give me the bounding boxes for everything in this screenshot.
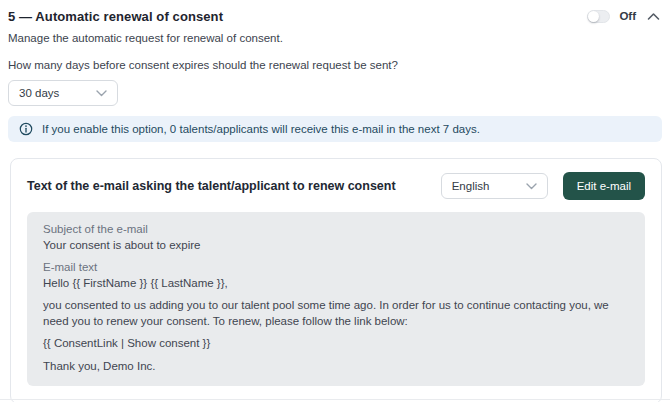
consent-renewal-section: 5 — Automatic renewal of consent Off Man… bbox=[0, 0, 670, 402]
email-greeting: Hello {{ FirstName }} {{ LastName }}, bbox=[43, 276, 629, 292]
subject-value: Your consent is about to expire bbox=[43, 238, 629, 254]
email-consent-link: {{ ConsentLink | Show consent }} bbox=[43, 336, 629, 352]
toggle-knob bbox=[588, 11, 599, 22]
language-select[interactable]: English bbox=[441, 173, 548, 199]
section-divider bbox=[0, 399, 670, 400]
header-controls: Off bbox=[587, 10, 662, 23]
section-title: 5 — Automatic renewal of consent bbox=[8, 9, 223, 24]
toggle-state-label: Off bbox=[619, 10, 636, 22]
email-card-heading: Text of the e-mail asking the talent/app… bbox=[27, 179, 441, 193]
days-question-label: How many days before consent expires sho… bbox=[8, 58, 662, 72]
email-card: Text of the e-mail asking the talent/app… bbox=[10, 158, 662, 402]
days-select[interactable]: 30 days bbox=[8, 80, 118, 106]
chevron-down-icon bbox=[526, 183, 537, 190]
chevron-down-icon bbox=[96, 90, 107, 97]
section-header: 5 — Automatic renewal of consent Off bbox=[8, 6, 662, 26]
subject-label: Subject of the e-mail bbox=[43, 222, 629, 238]
info-banner: If you enable this option, 0 talents/app… bbox=[8, 116, 662, 142]
language-select-value: English bbox=[452, 180, 490, 192]
collapse-section-button[interactable] bbox=[645, 10, 662, 23]
email-text-label: E-mail text bbox=[43, 260, 629, 276]
email-preview: Subject of the e-mail Your consent is ab… bbox=[27, 212, 645, 386]
info-icon bbox=[19, 122, 33, 136]
section-description: Manage the automatic request for renewal… bbox=[8, 30, 662, 46]
email-body: you consented to us adding you to our ta… bbox=[43, 298, 629, 329]
info-banner-text: If you enable this option, 0 talents/app… bbox=[42, 123, 480, 135]
edit-email-button[interactable]: Edit e-mail bbox=[563, 172, 645, 200]
email-signoff: Thank you, Demo Inc. bbox=[43, 359, 629, 375]
renewal-toggle[interactable] bbox=[587, 10, 610, 23]
days-select-value: 30 days bbox=[19, 87, 59, 99]
chevron-up-icon bbox=[647, 12, 660, 21]
email-card-header: Text of the e-mail asking the talent/app… bbox=[27, 172, 645, 200]
